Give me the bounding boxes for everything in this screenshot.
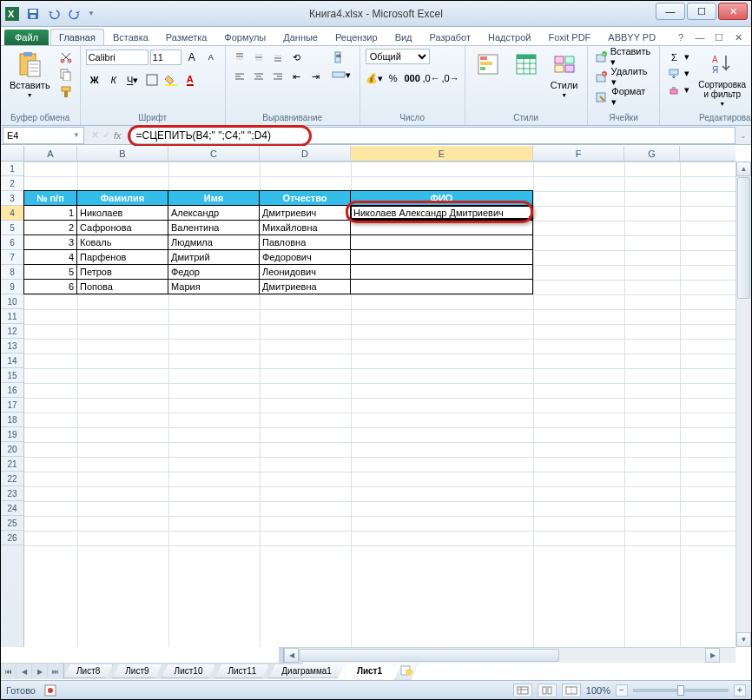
row-header[interactable]: 26 [1,531,23,545]
underline-button[interactable]: Ч▾ [124,71,142,89]
orientation-button[interactable]: ⟲ [288,49,306,66]
help-icon[interactable]: ? [673,30,689,44]
table-cell[interactable]: 4 [23,249,77,265]
column-header[interactable]: B [77,146,168,161]
scroll-up-button[interactable]: ▲ [736,162,751,176]
column-header[interactable]: C [168,146,260,161]
table-cell[interactable]: 6 [23,279,77,294]
row-header[interactable]: 3 [1,191,23,206]
zoom-level[interactable]: 100% [586,685,610,696]
row-header[interactable]: 7 [1,250,23,265]
table-cell[interactable]: Александр [168,205,260,221]
delete-cells-button[interactable]: ×Удалить ▾ [593,69,655,85]
tab-developer[interactable]: Разработ [421,29,479,45]
align-center-button[interactable] [250,68,267,85]
table-cell[interactable] [350,220,533,235]
align-bottom-button[interactable] [269,49,287,66]
row-header[interactable]: 5 [1,221,23,235]
tab-addins[interactable]: Надстрой [479,29,539,45]
wb-restore-icon[interactable]: ☐ [711,30,727,44]
zoom-out-button[interactable]: − [616,684,628,697]
scroll-left-button[interactable]: ◀ [284,648,299,663]
row-header[interactable]: 13 [1,339,23,353]
format-cells-button[interactable]: Формат ▾ [593,89,655,105]
font-size-input[interactable] [150,50,181,65]
row-header[interactable]: 18 [1,413,23,427]
table-cell[interactable]: Мария [168,279,260,294]
indent-increase-button[interactable]: ⇥ [307,68,325,85]
table-header-cell[interactable]: № п/п [23,190,77,206]
comma-button[interactable]: 000 [404,69,421,87]
sheet-tab[interactable]: Лист8 [63,664,113,678]
sheet-nav-first[interactable]: ⏮ [1,664,16,679]
row-header[interactable]: 24 [1,501,23,516]
horizontal-scrollbar[interactable]: ◀ ▶ [279,647,736,663]
formula-input[interactable]: =СЦЕПИТЬ(B4;" ";C4;" ";D4) [130,127,736,144]
cells-area[interactable]: № п/пФамилияИмяОтчествоФИО1НиколаевАлекс… [24,162,736,647]
column-header[interactable]: D [260,146,351,161]
table-cell[interactable]: 3 [23,234,77,250]
column-header[interactable]: F [533,146,624,161]
cancel-formula-icon[interactable]: ✕ [91,129,99,141]
table-cell[interactable]: Дмитриевич [259,205,351,221]
sheet-nav-next[interactable]: ▶ [32,664,48,679]
maximize-button[interactable]: ☐ [687,3,716,20]
table-cell[interactable] [350,249,533,265]
row-header[interactable]: 21 [1,457,23,472]
table-cell[interactable]: Людмила [168,234,260,250]
row-header[interactable]: 6 [1,235,23,250]
row-header[interactable]: 23 [1,486,23,501]
row-header[interactable]: 1 [1,162,23,176]
sheet-tab[interactable]: Диаграмма1 [268,664,345,678]
table-cell[interactable]: Сафронова [76,220,168,235]
increase-decimal-button[interactable]: ,0← [423,69,440,87]
enter-formula-icon[interactable]: ✓ [102,129,110,141]
column-header[interactable]: G [624,146,680,161]
save-icon[interactable] [25,6,41,22]
shrink-font-button[interactable]: A [202,49,220,66]
table-cell[interactable]: Дмитриевна [259,279,351,294]
tab-abbyy[interactable]: ABBYY PD [599,29,664,45]
row-header[interactable]: 15 [1,368,23,383]
tab-layout[interactable]: Разметка [157,29,216,45]
table-cell[interactable]: Михайловна [259,220,351,235]
column-header[interactable]: A [24,146,77,161]
font-color-button[interactable]: А [181,71,199,89]
macro-record-icon[interactable] [44,684,56,697]
align-right-button[interactable] [269,68,287,85]
vscroll-thumb[interactable] [737,177,750,299]
tab-foxit[interactable]: Foxit PDF [539,29,599,45]
row-header[interactable]: 2 [1,176,23,191]
view-page-layout-button[interactable] [538,683,557,697]
row-header[interactable]: 11 [1,309,23,324]
table-header-cell[interactable]: Имя [168,190,260,206]
conditional-formatting-button[interactable] [471,49,505,80]
border-button[interactable] [143,71,161,89]
bold-button[interactable]: Ж [86,71,103,89]
sort-filter-button[interactable]: АЯСортировка и фильтр▼ [695,49,749,109]
table-cell[interactable]: Николаев Александр Дмитриевич [350,205,533,221]
redo-icon[interactable] [67,6,82,22]
currency-button[interactable]: 💰▾ [366,69,383,87]
autosum-button[interactable]: Σ▾ [665,49,691,65]
grow-font-button[interactable]: A [183,49,201,66]
table-cell[interactable]: Коваль [76,234,168,250]
sheet-nav-prev[interactable]: ◀ [16,664,32,679]
table-cell[interactable] [350,234,533,250]
row-header[interactable]: 9 [1,280,23,294]
vertical-scrollbar[interactable]: ▲ ▼ [736,162,751,647]
wb-minimize-icon[interactable]: — [692,30,708,44]
number-format-select[interactable]: Общий [366,49,430,64]
copy-button[interactable] [57,66,75,83]
scroll-down-button[interactable]: ▼ [736,632,751,647]
table-cell[interactable]: Федорович [259,249,351,265]
row-header[interactable]: 4 [1,206,23,221]
row-header[interactable]: 25 [1,516,23,531]
wrap-text-button[interactable]: ab [328,49,354,66]
cut-button[interactable] [57,49,75,66]
select-all-button[interactable] [1,146,24,162]
paste-button[interactable]: Вставить ▼ [6,49,54,100]
table-cell[interactable]: Николаев [76,205,168,221]
sheet-tab[interactable]: Лист10 [162,664,216,678]
zoom-in-button[interactable]: + [734,684,746,697]
